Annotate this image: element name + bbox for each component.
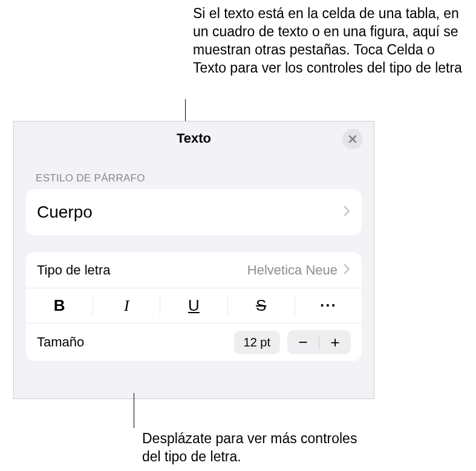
callout-bottom-text: Desplázate para ver más controles del ti… [142, 430, 372, 466]
chevron-right-icon [344, 262, 351, 278]
strikethrough-button[interactable]: S [228, 296, 295, 315]
size-label: Tamaño [37, 334, 234, 350]
size-increment-button[interactable]: + [319, 330, 351, 354]
font-row[interactable]: Tipo de letra Helvetica Neue [26, 252, 362, 288]
size-stepper: − + [287, 330, 351, 354]
more-options-button[interactable]: ··· [295, 296, 362, 315]
paragraph-style-name: Cuerpo [37, 203, 344, 222]
size-row: Tamaño 12 pt − + [26, 323, 362, 361]
paragraph-style-card: Cuerpo [26, 189, 362, 235]
callout-line-bottom [134, 393, 134, 428]
close-button[interactable] [342, 129, 363, 149]
paragraph-style-row[interactable]: Cuerpo [26, 189, 362, 235]
text-format-panel: Texto ESTILO DE PÁRRAFO Cuerpo Tipo de l… [13, 121, 374, 399]
panel-header: Texto [14, 122, 374, 155]
callout-top-text: Si el texto está en la celda de una tabl… [193, 5, 465, 77]
bold-button[interactable]: B [26, 296, 93, 315]
paragraph-style-section-label: ESTILO DE PÁRRAFO [36, 172, 374, 184]
text-style-buttons-row: B I U S ··· [26, 288, 362, 323]
close-icon [348, 134, 357, 144]
font-label: Tipo de letra [37, 262, 247, 278]
panel-title: Texto [177, 131, 211, 146]
chevron-right-icon [344, 204, 351, 220]
italic-button[interactable]: I [93, 297, 160, 315]
underline-button[interactable]: U [160, 296, 227, 315]
size-value-button[interactable]: 12 pt [234, 331, 280, 354]
font-card: Tipo de letra Helvetica Neue B I U S ···… [26, 252, 362, 361]
size-decrement-button[interactable]: − [287, 330, 319, 354]
font-value: Helvetica Neue [247, 262, 337, 278]
